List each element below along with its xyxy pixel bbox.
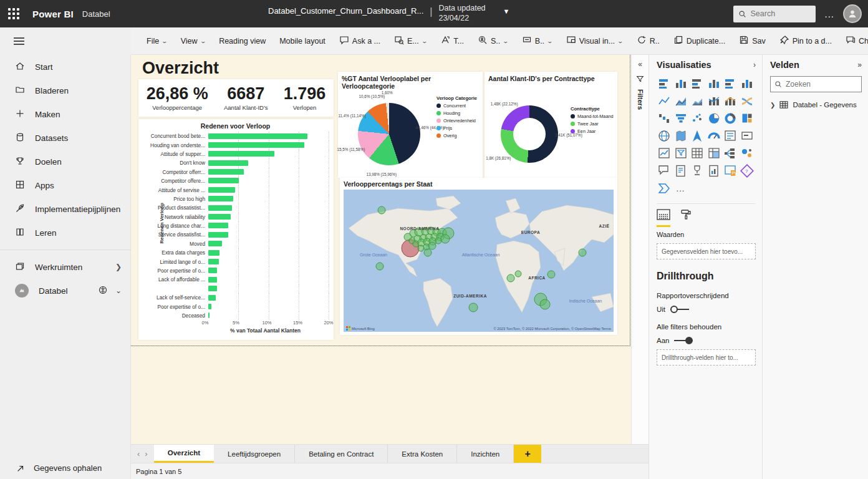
menu-item-t[interactable]: T... [433,32,471,51]
bar[interactable] [208,304,211,309]
card-visual-icon[interactable] [740,128,755,143]
power-automate-visual-icon[interactable] [657,181,672,196]
filter-funnel-icon[interactable] [636,75,644,83]
smart-narrative-visual-icon[interactable] [673,163,688,178]
goals-visual-icon[interactable] [690,163,705,178]
sidebar-item-leren[interactable]: Leren [0,221,130,244]
more-options-icon[interactable]: ... [824,9,834,19]
ribbon-visual-icon[interactable] [740,94,755,109]
bar[interactable] [208,232,228,238]
legend-item[interactable]: Concurrent [436,103,477,109]
filters-label[interactable]: Filters [637,89,644,110]
sidebar-item-werkruimten[interactable]: Werkruimten❯ [0,255,130,279]
bar[interactable] [208,214,231,220]
kpi-visual-icon[interactable] [657,146,672,161]
bar[interactable] [208,312,210,318]
powerbi-logo[interactable]: Power BI [32,9,74,19]
menu-item-s[interactable]: S..⌄ [471,32,515,51]
table-visual-icon[interactable] [690,146,705,161]
page-tab-inzichten[interactable]: Inzichten [457,445,514,463]
legend-item[interactable]: Een Jaar [571,128,614,134]
report-title[interactable]: Databel_Customer_Churn_Dashboard_R... [268,4,423,16]
bar[interactable] [208,142,304,148]
bar-chart-visual[interactable]: Redenen voor Verloop Redenen Verloop Con… [138,119,334,340]
data-updated[interactable]: Data updated23/04/22 [438,4,485,23]
bar[interactable] [208,250,219,256]
kpi-card-visual[interactable]: 26,86 %Verlooppercentage6687Aantal Klant… [138,79,334,117]
menu-item-reading-view[interactable]: Reading view [212,32,272,51]
bar[interactable] [208,286,217,291]
clustered-bar-visual-icon[interactable] [690,76,705,91]
add-data-fields-dropzone[interactable]: Gegevensvelden hier toevo... [657,243,756,259]
donut-chart-visual[interactable]: Aantal Klant-ID's per Contracttype 3,41K… [485,72,617,178]
map-bubble[interactable] [376,263,383,270]
bar[interactable] [208,259,219,264]
clustered-column-visual-icon[interactable] [706,76,721,91]
search-input[interactable] [750,9,806,18]
prev-page-icon[interactable]: ‹ [137,449,140,458]
menu-item-ask-a[interactable]: Ask a ... [332,32,387,51]
menu-item-file[interactable]: File⌄ [140,32,174,51]
add-page-button[interactable]: + [514,445,541,463]
sidebar-item-bladeren[interactable]: Bladeren [0,79,130,102]
bar[interactable] [208,205,232,211]
bar[interactable] [208,196,233,201]
area-visual-icon[interactable] [673,94,688,109]
bar[interactable] [208,133,307,139]
page-tab-overzicht[interactable]: Overzicht [154,445,214,463]
custom-visual-visual-icon[interactable]: ? [740,163,755,178]
pct-stacked-column-visual-icon[interactable] [740,76,755,91]
get-data-button[interactable]: Gegevens ophalen [0,463,130,473]
python-script-visual-icon[interactable]: Py [723,163,738,178]
map-bubble[interactable] [547,271,555,278]
next-page-icon[interactable]: › [145,449,147,458]
legend-item[interactable]: Houding [436,110,477,116]
world-map[interactable]: NOORD-AMERIKAZUID-AMERIKAEUROPAAFRICAAZI… [344,190,614,332]
menu-item-mobile-layout[interactable]: Mobile layout [272,32,332,51]
bar[interactable] [208,151,274,157]
map-bubble[interactable] [428,242,436,249]
workspace-name[interactable]: Databel [82,9,110,19]
stacked-column-visual-icon[interactable] [673,76,688,91]
bar[interactable] [208,295,216,301]
report-page[interactable]: Overzicht 26,86 %Verlooppercentage6687Aa… [131,55,630,346]
chevron-right-icon[interactable]: ❯ [115,263,122,271]
avatar[interactable] [843,4,862,23]
sidebar-item-datasets[interactable]: Datasets [0,126,130,150]
key-influencers-visual-icon[interactable] [740,146,755,161]
bar[interactable] [208,277,217,283]
collapse-fields-icon[interactable]: » [857,60,862,69]
cross-report-toggle[interactable] [670,306,689,313]
treemap-visual-icon[interactable] [740,111,755,126]
bar[interactable] [208,169,244,175]
bar[interactable] [208,160,248,166]
dataset-tree-item[interactable]: ❯ Databel - Gegevens [770,101,862,109]
bar[interactable] [208,178,239,183]
map-bubble[interactable] [435,238,441,244]
menu-item-duplicate[interactable]: Duplicate... [667,32,733,51]
pie-visual-icon[interactable] [706,111,721,126]
sidebar-item-apps[interactable]: Apps [0,173,130,197]
sidebar-item-start[interactable]: Start [0,55,130,79]
menu-item-view[interactable]: View⌄ [174,32,212,51]
sidebar-item-implementatiepijplijnen[interactable]: Implementatiepijplijnen [0,197,130,221]
sidebar-item-databel[interactable]: Databel⌄ [0,279,130,302]
line-visual-icon[interactable] [657,94,672,109]
drillthrough-fields-dropzone[interactable]: Drillthrough-velden hier to... [657,349,756,365]
qna-visual-icon[interactable] [657,163,672,178]
collapse-visualizations-icon[interactable]: › [753,60,756,69]
map-bubble[interactable] [579,249,586,256]
pie-chart-visual[interactable]: %GT Aantal Verlooplabel per Verloopcateg… [338,72,483,178]
chevron-down-icon[interactable]: ▼ [503,4,510,15]
map-attribution[interactable]: © 2023 TomTom, © 2022 Microsoft Corporat… [493,327,611,331]
multi-row-card-visual-icon[interactable] [723,128,738,143]
menu-item-sav[interactable]: Sav [732,32,773,51]
menu-item-r[interactable]: R.. [630,32,667,51]
fields-search-input[interactable] [786,80,854,89]
global-search[interactable] [733,6,816,22]
legend-item[interactable]: Maand-tot-Maand [571,114,614,119]
donut-visual-icon[interactable] [723,111,738,126]
chevron-down-icon[interactable]: ⌄ [115,286,122,295]
filled-map-visual-icon[interactable] [673,128,688,143]
menu-item-b[interactable]: B..⌄ [515,32,559,51]
